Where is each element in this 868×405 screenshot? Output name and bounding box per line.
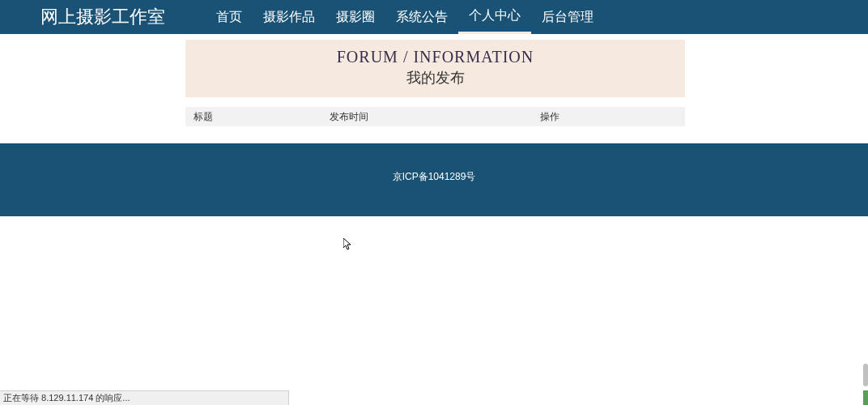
browser-status-bar: 正在等待 8.129.11.174 的响应... <box>0 390 289 405</box>
nav-personal[interactable]: 个人中心 <box>458 0 531 34</box>
nav-announce[interactable]: 系统公告 <box>385 0 458 34</box>
scrollbar-corner <box>863 390 868 405</box>
footer-icp: 京ICP备1041289号 <box>393 170 476 184</box>
main-content: FORUM / INFORMATION 我的发布 标题 发布时间 操作 <box>185 40 685 126</box>
col-header-action: 操作 <box>540 110 685 124</box>
mouse-cursor <box>343 238 352 251</box>
scrollbar-thumb[interactable] <box>863 364 868 386</box>
table-header: 标题 发布时间 操作 <box>185 107 685 126</box>
page-title-en: FORUM / INFORMATION <box>185 48 685 66</box>
footer: 京ICP备1041289号 <box>0 143 868 216</box>
status-text: 正在等待 8.129.11.174 的响应... <box>3 392 130 404</box>
page-title-cn: 我的发布 <box>185 68 685 87</box>
site-logo[interactable]: 网上摄影工作室 <box>40 5 165 29</box>
header: 网上摄影工作室 首页 摄影作品 摄影圈 系统公告 个人中心 后台管理 <box>0 0 868 34</box>
nav-circle[interactable]: 摄影圈 <box>326 0 385 34</box>
nav-works[interactable]: 摄影作品 <box>253 0 326 34</box>
col-header-title: 标题 <box>185 110 330 124</box>
page-title-box: FORUM / INFORMATION 我的发布 <box>185 40 685 97</box>
nav-menu: 首页 摄影作品 摄影圈 系统公告 个人中心 后台管理 <box>206 0 604 34</box>
nav-home[interactable]: 首页 <box>206 0 253 34</box>
nav-admin[interactable]: 后台管理 <box>531 0 604 34</box>
col-header-time: 发布时间 <box>330 110 540 124</box>
